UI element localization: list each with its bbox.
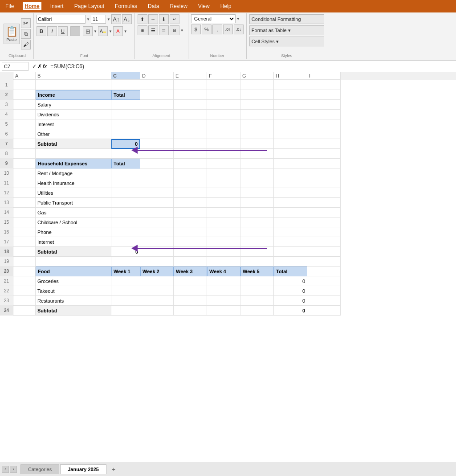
cell-I1[interactable] [307,80,341,90]
font-size-input[interactable] [91,15,106,24]
cell-F19[interactable] [207,257,240,267]
cell-E1[interactable] [174,80,207,90]
cut-button[interactable]: ✂ [21,18,31,28]
cell-F14[interactable] [207,208,240,217]
cell-B14[interactable]: Gas [36,208,111,217]
cell-H10[interactable] [274,168,307,178]
cell-D22[interactable] [140,286,174,296]
cell-H12[interactable] [274,188,307,198]
cell-B17[interactable]: Internet [36,237,111,247]
increase-decimal-button[interactable]: .0↑ [223,25,233,34]
cell-D16[interactable] [140,227,174,237]
cell-E14[interactable] [174,208,207,217]
cell-H11[interactable] [274,178,307,188]
cell-E11[interactable] [174,178,207,188]
cell-A7[interactable] [13,139,36,149]
cell-D8[interactable] [140,149,174,159]
cell-I22[interactable] [307,286,341,296]
decrease-font-button[interactable]: A↓ [122,14,132,24]
cell-G16[interactable] [240,227,274,237]
cell-A11[interactable] [13,178,36,188]
comma-button[interactable]: , [212,25,222,34]
cell-G14[interactable] [240,208,274,217]
cell-C15[interactable] [111,217,140,227]
cell-F21[interactable] [207,276,240,286]
cell-E5[interactable] [174,119,207,129]
cell-F4[interactable] [207,110,240,119]
cell-A18[interactable] [13,247,36,257]
col-header-h[interactable]: H [274,72,307,80]
cell-C8[interactable] [111,149,140,159]
cell-D4[interactable] [140,110,174,119]
col-header-e[interactable]: E [174,72,207,80]
cell-H15[interactable] [274,217,307,227]
cell-C17[interactable] [111,237,140,247]
cell-G10[interactable] [240,168,274,178]
cell-D24[interactable] [140,306,174,316]
cell-E15[interactable] [174,217,207,227]
cell-D3[interactable] [140,100,174,110]
cell-G19[interactable] [240,257,274,267]
cell-E13[interactable] [174,198,207,208]
menu-view[interactable]: View [196,2,212,10]
cell-H17[interactable] [274,237,307,247]
cancel-icon[interactable]: ✗ [37,63,42,70]
bold-button[interactable]: B [37,26,46,36]
cell-I19[interactable] [307,257,341,267]
cell-F24[interactable] [207,306,240,316]
cell-I17[interactable] [307,237,341,247]
cell-E24[interactable] [174,306,207,316]
cell-I14[interactable] [307,208,341,217]
cell-G5[interactable] [240,119,274,129]
function-icon[interactable]: fx [43,63,47,70]
wrap-text-button[interactable]: ↵ [170,14,179,24]
cell-I12[interactable] [307,188,341,198]
cell-A23[interactable] [13,296,36,306]
cell-F1[interactable] [207,80,240,90]
cell-I20[interactable] [307,267,341,276]
underline-button[interactable]: U [58,26,68,36]
cell-A4[interactable] [13,110,36,119]
fill-color-button[interactable]: A▬ [98,26,108,36]
cell-D1[interactable] [140,80,174,90]
cell-E16[interactable] [174,227,207,237]
cell-E9[interactable] [174,159,207,168]
cell-G13[interactable] [240,198,274,208]
cell-D2[interactable] [140,90,174,100]
cell-G17[interactable] [240,237,274,247]
cell-B16[interactable]: Phone [36,227,111,237]
border-button[interactable]: ⊞ [83,26,93,36]
cell-B15[interactable]: Childcare / School [36,217,111,227]
cell-B22[interactable]: Takeout [36,286,111,296]
cell-A13[interactable] [13,198,36,208]
cell-E23[interactable] [174,296,207,306]
cell-A19[interactable] [13,257,36,267]
cell-C22[interactable] [111,286,140,296]
cell-B2[interactable]: Income [36,90,111,100]
cell-G11[interactable] [240,178,274,188]
cell-B11[interactable]: Health Insurance [36,178,111,188]
cell-A5[interactable] [13,119,36,129]
cell-F11[interactable] [207,178,240,188]
cell-B6[interactable]: Other [36,129,111,139]
cell-F17[interactable] [207,237,240,247]
cell-I15[interactable] [307,217,341,227]
cell-A3[interactable] [13,100,36,110]
cell-H3[interactable] [274,100,307,110]
cell-I16[interactable] [307,227,341,237]
cell-D21[interactable] [140,276,174,286]
cell-F3[interactable] [207,100,240,110]
cell-B20[interactable]: Food [36,267,111,276]
currency-button[interactable]: $ [191,25,201,34]
cell-I9[interactable] [307,159,341,168]
cell-G9[interactable] [240,159,274,168]
format-painter-button[interactable]: 🖌 [21,40,31,49]
font-color-button[interactable]: A [113,26,123,36]
cell-A6[interactable] [13,129,36,139]
cell-B9[interactable]: Household Expenses [36,159,111,168]
cell-G8[interactable] [240,149,274,159]
cell-B8[interactable] [36,149,111,159]
cell-H21[interactable]: 0 [274,276,307,286]
cell-G1[interactable] [240,80,274,90]
cell-A22[interactable] [13,286,36,296]
